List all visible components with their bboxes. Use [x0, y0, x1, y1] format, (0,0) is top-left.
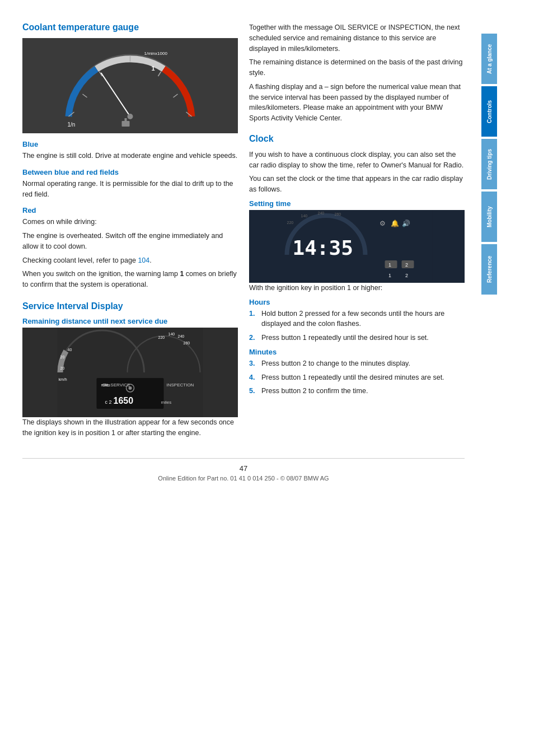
between-text: Normal operating range. It is permissibl… — [22, 179, 238, 200]
hours-list: 1. Hold button 2 pressed for a few secon… — [249, 309, 465, 343]
red-label: Red — [22, 206, 238, 214]
clock-intro2: You can set the clock or the time that a… — [249, 174, 465, 195]
service-title: Service Interval Display — [22, 301, 238, 311]
minutes-label: Minutes — [249, 348, 465, 356]
svg-text:🔔: 🔔 — [391, 219, 399, 227]
clock-display-image: 220 140 240 260 ⚙ 🔔 🔊 14:35 1 — [249, 210, 465, 283]
svg-rect-13 — [125, 118, 127, 121]
step-5: 5. Press button 2 to confirm the time. — [249, 386, 465, 396]
tab-reference[interactable]: Reference — [481, 244, 497, 295]
remaining-basis-text: The remaining distance is determined on … — [249, 57, 465, 78]
remaining-text: The displays shown in the illustration a… — [22, 417, 238, 438]
step3-text: Press button 2 to change to the minutes … — [261, 358, 410, 369]
step4-text: Press button 1 repeatedly until the desi… — [261, 372, 444, 383]
svg-text:40: 40 — [68, 348, 72, 352]
svg-text:1/n: 1/n — [68, 122, 76, 128]
svg-text:2: 2 — [405, 273, 408, 278]
svg-text:1: 1 — [152, 65, 155, 72]
service-display-image: 20 20 40 km/h 220 140 240 260 OIL SERVIC… — [22, 328, 238, 417]
step5-text: Press button 2 to confirm the time. — [261, 386, 368, 396]
svg-text:14:35: 14:35 — [293, 236, 353, 259]
svg-text:20: 20 — [60, 366, 65, 370]
svg-text:miles: miles — [161, 400, 172, 405]
svg-text:1: 1 — [388, 273, 391, 278]
setting-time-label: Setting time — [249, 199, 465, 208]
remaining-label: Remaining distance until next service du… — [22, 317, 238, 325]
red-bold: 1 — [180, 270, 184, 278]
together-text: Together with the message OIL SERVICE or… — [249, 22, 465, 54]
svg-text:2: 2 — [405, 262, 408, 268]
red-text2: The engine is overheated. Switch off the… — [22, 231, 238, 252]
svg-text:1/minx1000: 1/minx1000 — [144, 51, 168, 56]
page-number: 47 — [22, 464, 465, 473]
blue-label: Blue — [22, 140, 238, 148]
flashing-text: A flashing display and a – sign before t… — [249, 82, 465, 124]
svg-text:140: 140 — [301, 214, 308, 218]
service-section: Service Interval Display Remaining dista… — [22, 301, 238, 438]
svg-text:260: 260 — [335, 212, 341, 216]
tab-mobility[interactable]: Mobility — [481, 192, 497, 242]
step-1: 1. Hold button 2 pressed for a few secon… — [249, 309, 465, 330]
step2-text: Press button 1 repeatedly until the desi… — [261, 333, 429, 343]
minutes-list: 3. Press button 2 to change to the minut… — [249, 358, 465, 396]
svg-text:c 2: c 2 — [105, 399, 112, 405]
blue-text: The engine is still cold. Drive at moder… — [22, 151, 238, 161]
tab-driving-tips[interactable]: Driving tips — [481, 139, 497, 189]
right-column: Together with the message OIL SERVICE or… — [249, 22, 465, 441]
hours-label: Hours — [249, 298, 465, 306]
red-text1: Comes on while driving: — [22, 217, 238, 227]
step-3: 3. Press button 2 to change to the minut… — [249, 358, 465, 369]
coolant-gauge-image: 1/n 1/minx1000 1 — [22, 38, 238, 133]
coolant-section: Coolant temperature gauge — [22, 22, 238, 290]
clock-intro1: If you wish to have a continuous clock d… — [249, 150, 465, 171]
svg-text:miles: miles — [101, 383, 111, 387]
with-ignition-text: With the ignition key in position 1 or h… — [249, 283, 465, 293]
svg-point-9 — [128, 114, 133, 119]
svg-text:240: 240 — [318, 211, 325, 215]
svg-text:260: 260 — [184, 341, 190, 345]
clock-title: Clock — [249, 134, 465, 144]
svg-text:1: 1 — [388, 262, 391, 268]
svg-text:INSPECTION: INSPECTION — [167, 382, 194, 388]
svg-text:220: 220 — [158, 335, 165, 339]
red-text3: Checking coolant level, refer to page — [22, 256, 136, 264]
red-text4: When you switch on the ignition, the war… — [22, 270, 178, 278]
svg-text:1650: 1650 — [114, 396, 134, 405]
svg-text:140: 140 — [168, 332, 175, 336]
footer: 47 Online Edition for Part no. 01 41 0 0… — [22, 458, 465, 482]
tab-at-a-glance[interactable]: At a glance — [481, 34, 497, 84]
red-link[interactable]: 104 — [138, 256, 149, 264]
copyright-text: Online Edition for Part no. 01 41 0 014 … — [22, 475, 465, 482]
svg-text:220: 220 — [287, 221, 294, 225]
svg-text:20: 20 — [60, 355, 65, 359]
between-label: Between blue and red fields — [22, 168, 238, 176]
svg-rect-12 — [122, 121, 130, 127]
sidebar-tabs: At a glance Controls Driving tips Mobili… — [481, 0, 498, 756]
step1-text: Hold button 2 pressed for a few seconds … — [261, 309, 465, 330]
svg-point-28 — [129, 386, 132, 390]
svg-text:⚙: ⚙ — [380, 220, 386, 227]
tab-controls[interactable]: Controls — [481, 86, 497, 137]
clock-section: Clock If you wish to have a continuous c… — [249, 134, 465, 396]
red-text4-container: When you switch on the ignition, the war… — [22, 269, 238, 290]
left-column: Coolant temperature gauge — [22, 22, 238, 441]
step-4: 4. Press button 1 repeatedly until the d… — [249, 372, 465, 383]
red-text3-container: Checking coolant level, refer to page 10… — [22, 255, 238, 266]
svg-text:🔊: 🔊 — [402, 219, 410, 227]
coolant-title: Coolant temperature gauge — [22, 22, 238, 32]
svg-text:240: 240 — [178, 334, 185, 338]
step-2: 2. Press button 1 repeatedly until the d… — [249, 333, 465, 343]
svg-text:km/h: km/h — [59, 377, 67, 381]
